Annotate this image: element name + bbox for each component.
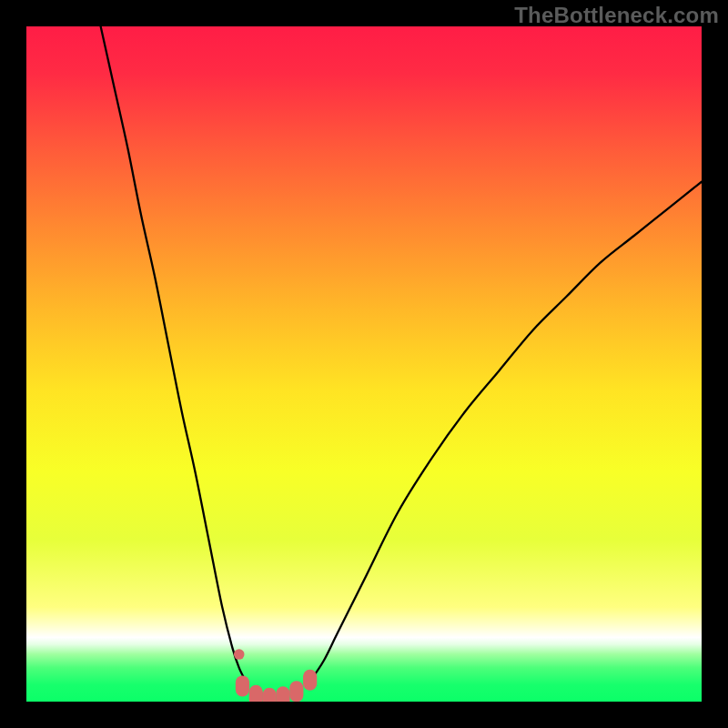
marker-dot-a xyxy=(234,649,245,660)
plot-area xyxy=(26,26,702,702)
marker-bar-c xyxy=(249,685,263,702)
marker-bar-f xyxy=(289,681,303,702)
marker-bar-d xyxy=(263,688,277,702)
marker-bar-g xyxy=(303,670,317,691)
marker-bar-b xyxy=(236,675,249,696)
watermark-text: TheBottleneck.com xyxy=(514,3,719,28)
chart-frame: TheBottleneck.com xyxy=(0,0,728,728)
marker-bar-e xyxy=(276,686,289,702)
chart-svg xyxy=(26,26,702,702)
gradient-background xyxy=(26,26,702,702)
